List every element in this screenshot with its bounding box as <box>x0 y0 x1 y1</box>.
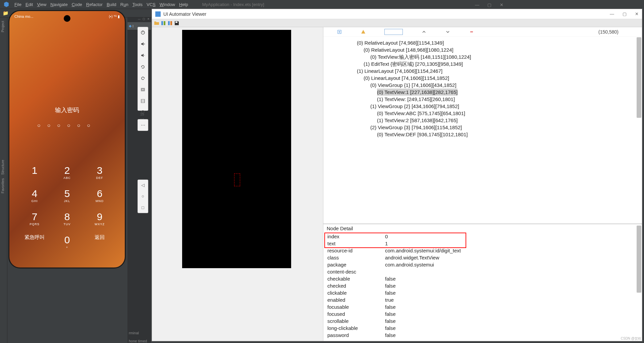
menu-run[interactable]: Run <box>120 2 128 7</box>
rotate-right-icon[interactable] <box>140 76 146 81</box>
key-0[interactable]: 0+ <box>55 234 79 249</box>
key-9[interactable]: 9WXYZ <box>88 211 111 226</box>
ide-window-controls: — ▢ ✕ <box>475 2 504 6</box>
menu-code[interactable]: Code <box>72 2 82 7</box>
screenshot-pane <box>152 27 323 277</box>
tree-node[interactable]: (0) TextView:ABC [575,1745][654,1801] <box>330 110 507 117</box>
project-folder-icon[interactable]: 📁 <box>3 10 8 16</box>
warning-icon[interactable] <box>361 29 366 35</box>
maximize-icon[interactable]: ▢ <box>487 2 491 6</box>
minimize-icon[interactable]: — <box>475 2 479 6</box>
close-icon[interactable]: ✕ <box>500 2 504 6</box>
menu-vcs[interactable]: VCS <box>147 2 156 7</box>
power-icon[interactable] <box>140 30 146 35</box>
menu-window[interactable]: Window <box>160 2 175 7</box>
preview-toolbar-mid: ⋯ <box>138 119 148 131</box>
tree-node[interactable]: (0) RelativeLayout [148,968][1080,1224] <box>330 46 507 53</box>
save-icon[interactable] <box>174 20 179 26</box>
key-4[interactable]: 4GHI <box>23 188 46 203</box>
svg-rect-8 <box>168 21 170 25</box>
hierarchy-tree-pane: (150,580) (0) RelativeLayout [74,968][11… <box>323 27 507 224</box>
tree-node[interactable]: (2) ViewGroup {3} [794,1606][1154,1852] <box>330 124 507 131</box>
menu-refactor[interactable]: Refactor <box>86 2 103 7</box>
tree-node[interactable]: (1) LinearLayout [74,1606][1154,2467] <box>330 67 507 75</box>
clear-icon[interactable] <box>469 29 474 35</box>
panel-max-icon[interactable]: ▢ <box>143 17 145 22</box>
detail-table: index0text1resource-idcom.android.system… <box>323 233 507 277</box>
device-screenshot[interactable] <box>182 30 291 268</box>
key-back[interactable]: 返回 <box>88 234 111 249</box>
fold-icon[interactable] <box>140 98 146 104</box>
menu-help[interactable]: Help <box>179 2 188 7</box>
ui-automator-window: UI Automator Viewer — ▢ ✕ <box>152 9 507 277</box>
tree-node[interactable]: (1) TextView:2 [587,1638][642,1765] <box>330 117 507 124</box>
ide-logo-icon <box>3 1 9 7</box>
key-emergency[interactable]: 紧急呼叫 <box>23 234 46 249</box>
ide-title: MyApplication - Index.ets [entry] <box>202 2 264 7</box>
next-match-icon[interactable] <box>445 29 450 35</box>
rotate-left-icon[interactable] <box>140 64 146 69</box>
open-icon[interactable] <box>154 20 159 26</box>
rail-project[interactable]: Project <box>1 21 5 32</box>
rail-favorites[interactable]: Favorites <box>1 178 5 193</box>
key-7[interactable]: 7PQRS <box>23 211 46 226</box>
nav-recents-icon[interactable]: □ <box>140 205 146 210</box>
tree-node[interactable]: (0) ViewGroup {1} [74,1606][434,1852] <box>330 82 507 89</box>
tree-node[interactable]: (1) EditText {密码区域} [270,1305][958,1349] <box>330 60 507 67</box>
prev-match-icon[interactable] <box>421 29 427 35</box>
menu-file[interactable]: File <box>14 2 21 7</box>
app-icon <box>155 11 161 17</box>
tree-search-input[interactable] <box>384 29 403 35</box>
tree-node[interactable]: (0) LinearLayout [74,1606][1154,1852] <box>330 75 507 82</box>
rail-structure[interactable]: Structure <box>1 160 5 175</box>
panel-min-icon[interactable]: — <box>138 17 141 22</box>
more-icon[interactable]: ⋯ <box>140 122 146 128</box>
svg-rect-10 <box>175 21 177 23</box>
detail-row[interactable]: packagecom.android.systemui <box>324 261 507 268</box>
volume-up-icon[interactable] <box>140 41 146 47</box>
device-preview: China mo... ⟨•⟩ ⁵ᴳ ▮ 输入密码 ○○○○○○ 1 2ABC … <box>8 10 126 272</box>
screenshot-icon[interactable] <box>140 87 146 92</box>
ui-auto-toolbar <box>152 19 507 27</box>
key-8[interactable]: 8TUV <box>55 211 79 226</box>
key-3[interactable]: 3DEF <box>88 165 111 180</box>
detail-row[interactable]: text1 <box>324 240 507 247</box>
tree-node[interactable]: (0) RelativeLayout [74,968][1154,1349] <box>330 39 507 46</box>
location-icon[interactable] <box>140 110 146 115</box>
panel-close-icon[interactable]: ✕ <box>147 17 150 22</box>
tree-toolbar: (150,580) <box>323 27 507 37</box>
key-2[interactable]: 2ABC <box>55 165 79 180</box>
tree-node[interactable]: (0) TextView:输入密码 [148,1151][1080,1224] <box>330 53 507 60</box>
key-1[interactable]: 1 <box>23 165 46 180</box>
window-title: UI Automator Viewer <box>163 11 206 17</box>
tree-node-selected[interactable]: (0) TextView:1 [227,1638][282,1765] <box>377 89 458 96</box>
svg-rect-6 <box>161 21 163 25</box>
nav-home-icon[interactable]: ○ <box>140 194 146 199</box>
preview-toolbar-bot: ◁ ○ □ <box>138 180 148 213</box>
menu-edit[interactable]: Edit <box>25 2 33 7</box>
nav-back-icon[interactable]: ◁ <box>140 183 146 188</box>
menu-view[interactable]: View <box>37 2 46 7</box>
detail-header: Node Detail <box>323 224 507 233</box>
expand-all-icon[interactable] <box>337 29 342 35</box>
tree-node[interactable]: (0) TextView:DEF [936,1745][1012,1801] <box>330 131 507 138</box>
tree-node[interactable]: (1) ViewGroup {2} [434,1606][794,1852] <box>330 103 507 110</box>
selection-rect <box>234 174 240 186</box>
status-icons: ⟨•⟩ ⁵ᴳ ▮ <box>109 14 120 19</box>
detail-row[interactable]: checkablefalse <box>324 276 507 277</box>
key-6[interactable]: 6MNO <box>88 188 111 203</box>
menu-navigate[interactable]: Navigate <box>50 2 67 7</box>
menu-build[interactable]: Build <box>107 2 116 7</box>
tree-node[interactable]: (1) TextView: [249,1745][260,1801] <box>330 96 507 103</box>
detail-row[interactable]: classandroid.widget.TextView <box>324 254 507 261</box>
menu-tools[interactable]: Tools <box>132 2 143 7</box>
detail-row[interactable]: resource-idcom.android.systemui:id/digit… <box>324 247 507 254</box>
detail-row[interactable]: content-desc <box>324 268 507 275</box>
volume-down-icon[interactable] <box>140 53 146 58</box>
dump-compressed-icon[interactable] <box>167 20 173 26</box>
tree-content[interactable]: (0) RelativeLayout [74,968][1154,1349](0… <box>323 37 507 141</box>
password-dots: ○○○○○○ <box>9 122 125 129</box>
dump-icon[interactable] <box>161 20 166 26</box>
detail-row[interactable]: index0 <box>324 233 507 240</box>
key-5[interactable]: 5JKL <box>55 188 79 203</box>
